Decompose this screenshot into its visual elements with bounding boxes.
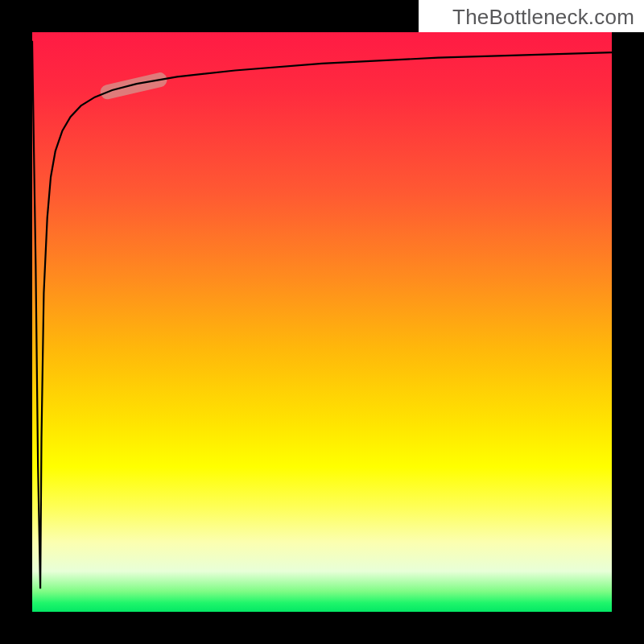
border-right (612, 0, 644, 644)
border-left (0, 0, 32, 644)
plot-area (0, 0, 644, 644)
gradient-background (32, 32, 612, 612)
chart-frame: TheBottleneck.com (0, 0, 644, 644)
border-bottom (0, 612, 644, 644)
watermark-text: TheBottleneck.com (452, 5, 634, 30)
